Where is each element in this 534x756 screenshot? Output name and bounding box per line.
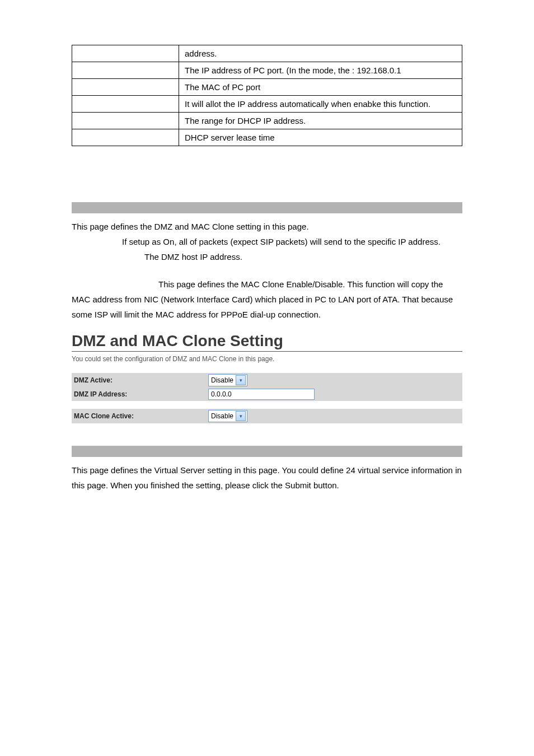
select-mac-clone-active[interactable]: Disable ▾ [208,410,247,422]
form-band-dmz: DMZ Active: Disable ▾ DMZ IP Address: 0.… [72,373,462,401]
dmz-intro: This page defines the DMZ and MAC Clone … [72,219,462,234]
table-cell-left [72,79,179,96]
form-gap [72,401,462,409]
screenshot-title: DMZ and MAC Clone Setting [72,332,462,350]
input-dmz-ip-value: 0.0.0.0 [211,390,232,398]
dmz-line1: If setup as On, all of packets (expect S… [122,234,462,249]
label-dmz-ip: DMZ IP Address: [74,390,208,398]
form-band-mac: MAC Clone Active: Disable ▾ [72,409,462,423]
select-dmz-active[interactable]: Disable ▾ [208,374,247,386]
section-divider-bar [72,202,462,213]
table-row: The range for DHCP IP address. [72,113,462,129]
table-cell-right: address. [179,45,462,62]
input-dmz-ip[interactable]: 0.0.0.0 [208,389,315,400]
row-mac-clone-active: MAC Clone Active: Disable ▾ [72,409,462,423]
virtual-server-text: This page defines the Virtual Server set… [72,463,462,493]
label-mac-clone-active: MAC Clone Active: [74,412,208,420]
table-cell-right: The MAC of PC port [179,79,462,96]
table-cell-left [72,129,179,146]
dmz-section-text: This page defines the DMZ and MAC Clone … [72,219,462,322]
dmz-line2: The DMZ host IP address. [144,249,462,264]
table-row: The IP address of PC port. (In the mode,… [72,62,462,79]
chevron-down-icon: ▾ [236,411,246,421]
table-cell-left [72,96,179,113]
select-mac-clone-value: Disable [211,412,236,420]
table-cell-left [72,113,179,129]
table-cell-right: The IP address of PC port. (In the mode,… [179,62,462,79]
description-table: address. The IP address of PC port. (In … [72,45,462,146]
table-cell-left [72,62,179,79]
table-cell-right: The range for DHCP IP address. [179,113,462,129]
select-dmz-active-value: Disable [211,376,236,384]
row-dmz-active: DMZ Active: Disable ▾ [72,373,462,388]
table-cell-left [72,45,179,62]
screenshot-subtitle: You could set the configuration of DMZ a… [72,355,462,363]
chevron-down-icon: ▾ [236,375,246,385]
table-row: address. [72,45,462,62]
screenshot-title-underline [72,351,462,352]
table-cell-right: It will allot the IP address automatical… [179,96,462,113]
table-row: The MAC of PC port [72,79,462,96]
label-dmz-active: DMZ Active: [74,376,208,384]
table-row: DHCP server lease time [72,129,462,146]
section-divider-bar [72,446,462,457]
row-dmz-ip: DMZ IP Address: 0.0.0.0 [72,388,462,401]
table-row: It will allot the IP address automatical… [72,96,462,113]
table-cell-right: DHCP server lease time [179,129,462,146]
mac-clone-paragraph: This page defines the MAC Clone Enable/D… [72,277,462,322]
dmz-mac-clone-screenshot: DMZ and MAC Clone Setting You could set … [72,332,462,423]
